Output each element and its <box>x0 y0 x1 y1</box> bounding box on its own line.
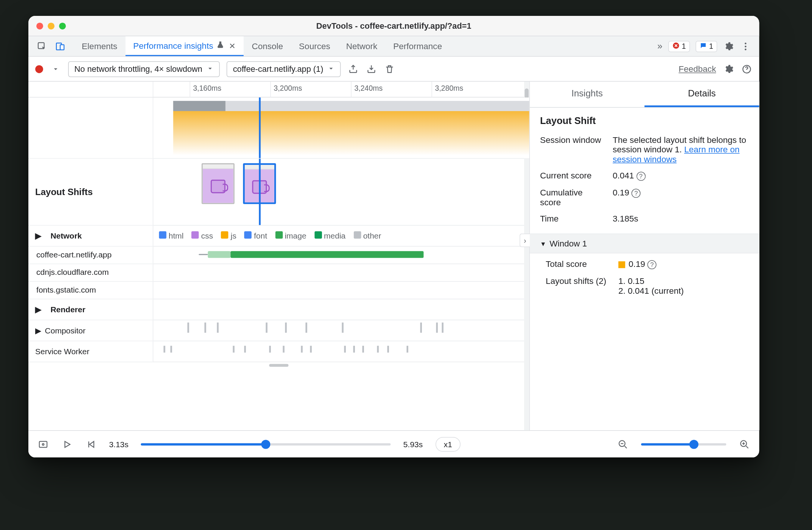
chevron-down-icon <box>207 64 214 73</box>
renderer-row: ▶ Renderer <box>28 299 529 320</box>
window-disclosure[interactable]: ▼ Window 1 <box>530 234 759 253</box>
throttling-dropdown[interactable]: No network throttling, 4× slowdown <box>68 61 220 77</box>
page-dropdown[interactable]: coffee-cart.netlify.app (1) <box>227 61 341 77</box>
close-tab-icon[interactable]: ✕ <box>229 41 236 50</box>
speed-pill[interactable]: x1 <box>435 437 460 451</box>
svg-point-4 <box>745 42 747 44</box>
help-icon[interactable] <box>741 63 752 74</box>
svg-rect-8 <box>39 441 47 447</box>
device-toolbar-icon[interactable] <box>54 40 66 52</box>
help-icon[interactable]: ? <box>632 189 641 198</box>
network-host-row[interactable]: cdnjs.cloudflare.com <box>28 264 529 282</box>
tab-performance-insights[interactable]: Performance insights ✕ <box>125 36 244 56</box>
screenshot-toggle-icon[interactable] <box>37 439 49 450</box>
delete-icon[interactable] <box>384 63 395 74</box>
kv-key: Cumulative score <box>540 188 602 207</box>
score-chip-icon <box>618 261 625 268</box>
maximize-window-button[interactable] <box>59 23 66 29</box>
messages-count: 1 <box>709 42 713 50</box>
export-icon[interactable] <box>348 63 359 74</box>
renderer-label: Renderer <box>50 305 85 314</box>
time-ruler: 3,160ms 3,200ms 3,240ms 3,280ms <box>28 82 529 98</box>
kebab-menu-icon[interactable] <box>740 40 751 52</box>
kv-value: 0.19? <box>618 259 749 269</box>
legend-image: image <box>285 231 306 240</box>
more-tabs-icon[interactable]: » <box>657 41 662 51</box>
tab-label: Console <box>252 41 283 51</box>
window-label: Window 1 <box>550 239 587 248</box>
shift-item[interactable]: 1. 0.15 <box>618 276 749 285</box>
panel-settings-icon[interactable] <box>723 63 734 74</box>
page-label: coffee-cart.netlify.app (1) <box>233 64 324 73</box>
help-icon[interactable]: ? <box>647 260 656 269</box>
ruler-tick: 3,280ms <box>435 84 464 92</box>
network-host-row[interactable]: coffee-cart.netlify.app <box>28 246 529 264</box>
record-button[interactable] <box>35 65 43 73</box>
kv-key: Session window <box>540 135 602 164</box>
devtools-tabbar: Elements Performance insights ✕ Console … <box>28 36 759 57</box>
timeline-panel: › 3,160ms 3,200ms 3,240ms 3,280ms <box>28 82 530 430</box>
legend-font: font <box>254 231 267 240</box>
disclosure-triangle-icon[interactable]: ▶ <box>35 231 42 240</box>
error-icon <box>672 42 680 51</box>
flame-segment[interactable] <box>173 101 226 111</box>
record-menu-caret-icon[interactable] <box>50 63 61 74</box>
flame-gradient <box>173 111 529 158</box>
playhead[interactable] <box>259 159 261 225</box>
sidepanel-tab-details[interactable]: Details <box>644 82 759 107</box>
svg-point-9 <box>42 443 44 445</box>
resize-handle[interactable] <box>28 362 529 368</box>
playhead[interactable] <box>259 98 261 158</box>
layout-shifts-label: Layout Shifts <box>28 159 153 225</box>
errors-badge[interactable]: 1 <box>668 40 690 52</box>
sidepanel-tab-insights[interactable]: Insights <box>530 82 644 107</box>
window-controls <box>36 23 66 29</box>
tab-console[interactable]: Console <box>244 36 291 56</box>
messages-badge[interactable]: 1 <box>695 40 717 52</box>
close-window-button[interactable] <box>36 23 43 29</box>
settings-icon[interactable] <box>723 40 734 52</box>
window-title: DevTools - coffee-cart.netlify.app/?ad=1 <box>316 21 471 30</box>
legend-html: html <box>169 231 184 240</box>
import-icon[interactable] <box>366 63 377 74</box>
zoom-slider[interactable] <box>641 443 726 445</box>
ruler-tick: 3,160ms <box>193 84 221 92</box>
tab-label: Elements <box>82 41 117 51</box>
disclosure-triangle-icon[interactable]: ▶ <box>35 305 42 314</box>
tab-sources[interactable]: Sources <box>291 36 338 56</box>
tab-elements[interactable]: Elements <box>74 36 125 56</box>
kv-value: 0.041? <box>613 170 749 181</box>
shift-item[interactable]: 2. 0.041 (current) <box>618 286 749 295</box>
layout-shift-thumbnail[interactable] <box>202 163 235 204</box>
service-worker-row: Service Worker <box>28 341 529 362</box>
compositor-row: ▶Compositor <box>28 320 529 341</box>
zoom-out-icon[interactable] <box>617 439 628 450</box>
details-sidepanel: Insights Details Layout Shift Session wi… <box>530 82 759 430</box>
network-host-row[interactable]: fonts.gstatic.com <box>28 282 529 299</box>
collapse-sidepanel-button[interactable]: › <box>520 234 530 247</box>
titlebar: DevTools - coffee-cart.netlify.app/?ad=1 <box>28 16 759 36</box>
zoom-in-icon[interactable] <box>739 439 750 450</box>
kv-value: 0.19? <box>613 188 749 207</box>
flame-row <box>28 98 529 159</box>
network-host: coffee-cart.netlify.app <box>28 246 153 263</box>
insights-toolbar: No network throttling, 4× slowdown coffe… <box>28 57 759 82</box>
feedback-link[interactable]: Feedback <box>679 64 716 73</box>
ruler-tick: 3,200ms <box>274 84 302 92</box>
help-icon[interactable]: ? <box>636 172 646 181</box>
minimize-window-button[interactable] <box>48 23 54 29</box>
kv-value: 1. 0.15 2. 0.041 (current) <box>618 276 749 295</box>
disclosure-triangle-icon[interactable]: ▶ <box>35 326 42 335</box>
legend-other: other <box>363 231 381 240</box>
ruler-tick: 3,240ms <box>354 84 383 92</box>
tab-performance[interactable]: Performance <box>385 36 450 56</box>
play-icon[interactable] <box>61 439 73 450</box>
rewind-start-icon[interactable] <box>85 439 96 450</box>
time-slider[interactable] <box>141 443 391 445</box>
kv-key: Time <box>540 214 602 223</box>
inspect-element-icon[interactable] <box>36 40 48 52</box>
service-worker-label: Service Worker <box>28 341 153 362</box>
tab-network[interactable]: Network <box>338 36 386 56</box>
network-label: Network <box>50 231 82 240</box>
svg-point-5 <box>745 45 747 47</box>
